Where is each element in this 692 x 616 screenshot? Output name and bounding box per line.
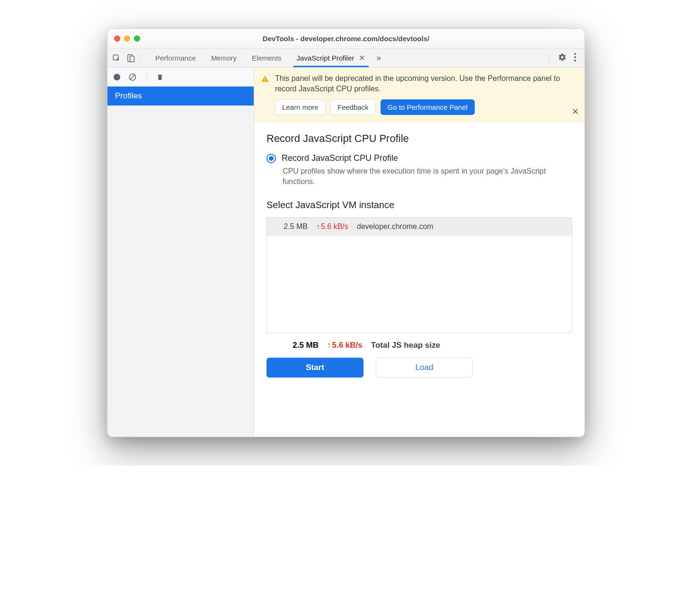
heap-totals: 2.5 MB ↑5.6 kB/s Total JS heap size [266, 333, 572, 358]
feedback-button[interactable]: Feedback [330, 99, 376, 115]
main-panel: This panel will be deprecated in the upc… [254, 68, 585, 437]
profile-type-description: CPU profiles show where the execution ti… [283, 166, 572, 186]
svg-line-8 [131, 75, 135, 79]
svg-rect-11 [265, 80, 266, 81]
close-banner-icon[interactable]: ✕ [572, 106, 579, 117]
close-tab-icon[interactable]: ✕ [359, 53, 365, 62]
titlebar: DevTools - developer.chrome.com/docs/dev… [107, 29, 585, 49]
load-button[interactable]: Load [376, 358, 473, 378]
svg-rect-2 [130, 56, 134, 62]
window-title: DevTools - developer.chrome.com/docs/dev… [107, 35, 585, 43]
svg-point-5 [574, 60, 576, 62]
vm-host: developer.chrome.com [357, 222, 434, 231]
deprecation-banner: This panel will be deprecated in the upc… [254, 68, 585, 122]
sidebar-toolbar [107, 68, 254, 87]
profile-type-radio[interactable]: Record JavaScript CPU Profile [266, 153, 572, 163]
goto-performance-button[interactable]: Go to Performance Panel [381, 99, 475, 115]
more-tabs-icon[interactable]: » [376, 53, 381, 63]
tab-javascript-profiler[interactable]: JavaScript Profiler ✕ [289, 49, 373, 67]
devtools-window: DevTools - developer.chrome.com/docs/dev… [107, 28, 585, 437]
device-toggle-icon[interactable] [126, 54, 135, 62]
vm-heap-size: 2.5 MB [275, 222, 308, 231]
tab-bar: Performance Memory Elements JavaScript P… [107, 49, 585, 68]
delete-icon[interactable] [156, 73, 164, 81]
start-button[interactable]: Start [266, 358, 364, 378]
settings-icon[interactable] [554, 53, 570, 63]
minimize-window-button[interactable] [124, 35, 130, 42]
svg-rect-9 [158, 75, 163, 75]
up-arrow-icon: ↑ [327, 341, 331, 350]
close-window-button[interactable] [114, 35, 120, 42]
tab-elements[interactable]: Elements [244, 49, 289, 67]
inspect-element-icon[interactable] [112, 54, 121, 62]
total-heap-size: 2.5 MB [285, 341, 319, 350]
separator [140, 53, 140, 63]
vm-heap-rate: ↑5.6 kB/s [316, 222, 348, 231]
vm-instance-row[interactable]: 2.5 MB ↑5.6 kB/s developer.chrome.com [267, 218, 572, 236]
svg-point-6 [114, 74, 120, 80]
panel-heading: Record JavaScript CPU Profile [266, 132, 572, 145]
up-arrow-icon: ↑ [316, 222, 320, 231]
more-options-icon[interactable] [570, 53, 580, 63]
zoom-window-button[interactable] [134, 35, 140, 42]
sidebar-item-label: Profiles [115, 91, 142, 100]
window-controls [114, 35, 140, 42]
tabs: Performance Memory Elements JavaScript P… [148, 49, 373, 67]
vm-instance-list: 2.5 MB ↑5.6 kB/s developer.chrome.com [266, 217, 572, 333]
content-area: Profiles This panel will be deprecated i… [107, 68, 585, 437]
tab-performance[interactable]: Performance [148, 49, 204, 67]
record-icon[interactable] [113, 73, 121, 81]
radio-label: Record JavaScript CPU Profile [282, 153, 398, 163]
svg-point-3 [574, 53, 576, 55]
sidebar-item-profiles[interactable]: Profiles [107, 87, 254, 106]
learn-more-button[interactable]: Learn more [275, 99, 326, 115]
action-row: Start Load [266, 358, 572, 381]
total-heap-label: Total JS heap size [371, 341, 440, 350]
svg-rect-10 [265, 78, 266, 80]
sidebar: Profiles [107, 68, 254, 437]
tab-memory[interactable]: Memory [204, 49, 244, 67]
panel-body: Record JavaScript CPU Profile Record Jav… [254, 122, 585, 437]
total-heap-rate: ↑5.6 kB/s [327, 341, 363, 350]
separator [549, 53, 550, 63]
svg-point-4 [574, 56, 576, 58]
separator [146, 72, 147, 82]
clear-icon[interactable] [128, 73, 137, 81]
warning-icon [261, 75, 269, 83]
radio-icon [266, 154, 276, 163]
vm-heading: Select JavaScript VM instance [266, 200, 572, 211]
banner-message: This panel will be deprecated in the upc… [275, 73, 566, 94]
